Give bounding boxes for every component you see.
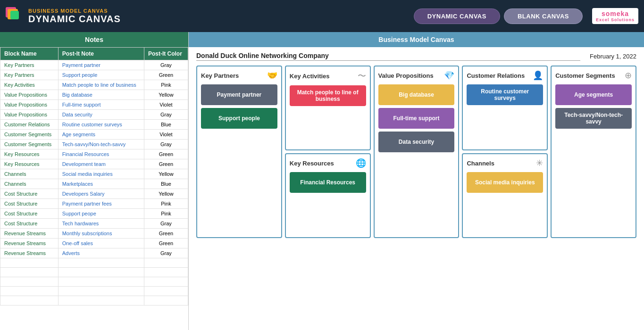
table-row: Key ResourcesFinancial ResourcesGreen	[0, 149, 188, 159]
block-name-cell: Value Propositions	[0, 90, 59, 100]
table-row: Value PropositionsData securityGray	[0, 110, 188, 120]
note-cell: Social media inquiries	[58, 169, 144, 179]
note-cell: Monthly subscriptions	[58, 229, 144, 239]
table-row: Customer SegmentsTech-savvy/Non-tech-sav…	[0, 140, 188, 149]
key-activities-block: Key Activities 〜 Match people to line of…	[285, 66, 371, 150]
ch-icon: ✳	[536, 158, 543, 168]
block-name-cell: Key Partners	[0, 70, 59, 80]
note-cell: Support people	[58, 70, 144, 80]
table-row: Customer SegmentsAge segmentsViolet	[0, 130, 188, 140]
block-name-cell: Key Activities	[0, 80, 59, 90]
color-cell: Violet	[144, 130, 188, 140]
someka-name: someka	[602, 10, 629, 17]
color-cell: Pink	[144, 199, 188, 209]
block-name-cell: Channels	[0, 179, 59, 189]
table-row: Value PropositionsFull-time supportViole…	[0, 100, 188, 110]
key-partners-icon: 🤝	[267, 70, 277, 81]
block-name-cell: Revenue Streams	[0, 229, 59, 239]
note-cell: Payment partner fees	[58, 199, 144, 209]
main-container: Notes Block Name Post-It Note Post-It Co…	[0, 32, 644, 330]
key-activities-title-row: Key Activities 〜	[290, 70, 366, 82]
note-cell: Payment partner	[58, 60, 144, 70]
color-cell: Yellow	[144, 189, 188, 199]
note-cell: Financial Resources	[58, 149, 144, 159]
kr-title: Key Resources	[290, 160, 334, 167]
note-cell: Full-time support	[58, 100, 144, 110]
table-row: Revenue StreamsAdvertsGray	[0, 248, 188, 258]
note-cell: Routine customer surveys	[58, 120, 144, 130]
ka-note-1: Match people to line of business	[290, 85, 366, 106]
header-subtitle: BUSINESS MODEL CANVAS	[28, 8, 121, 14]
block-name-cell: Cost Structure	[0, 209, 59, 219]
block-name-cell: Value Propositions	[0, 110, 59, 120]
note-cell: Marketplaces	[58, 179, 144, 189]
blank-canvas-button[interactable]: BLANK CANVAS	[504, 8, 583, 24]
block-name-cell: Key Resources	[0, 149, 59, 159]
header-title: DYNAMIC CANVAS	[28, 14, 121, 25]
block-name-cell: Cost Structure	[0, 219, 59, 229]
cr-title-row: Customer Relations 👤	[467, 70, 543, 81]
canvas-area[interactable]: Donald Duck Online Networking Company Fe…	[189, 47, 644, 330]
col-block-header: Block Name	[0, 48, 59, 60]
block-name-cell: Key Resources	[0, 159, 59, 169]
color-cell: Gray	[144, 110, 188, 120]
kp-note-2: Support people	[201, 108, 277, 129]
key-partners-block: Key Partners 🤝 Payment partner Support p…	[196, 66, 282, 238]
dynamic-canvas-button[interactable]: DYNAMIC CANVAS	[414, 8, 500, 24]
note-cell: Age segments	[58, 130, 144, 140]
color-cell: Green	[144, 229, 188, 239]
header-logo-area: BUSINESS MODEL CANVAS DYNAMIC CANVAS	[28, 8, 121, 25]
ch-title: Channels	[467, 160, 494, 167]
note-cell: Adverts	[58, 248, 144, 258]
logo-icon	[6, 7, 24, 25]
color-cell: Gray	[144, 60, 188, 70]
table-row: ChannelsSocial media inquiriesYellow	[0, 169, 188, 179]
cr-note-1: Routine customer surveys	[467, 84, 543, 105]
notes-table: Block Name Post-It Note Post-It Color Ke…	[0, 47, 188, 305]
left-panel: Notes Block Name Post-It Note Post-It Co…	[0, 32, 189, 330]
cs-title: Customer Segments	[555, 72, 615, 79]
table-row: Key PartnersSupport peopleGreen	[0, 70, 188, 80]
block-name-cell: Customer Segments	[0, 130, 59, 140]
channels-block: Channels ✳ Social media inquiries	[462, 153, 548, 238]
note-cell: Development team	[58, 159, 144, 169]
col-color-header: Post-It Color	[144, 48, 188, 60]
nav-buttons: DYNAMIC CANVAS BLANK CANVAS	[414, 8, 583, 24]
table-row: Revenue StreamsOne-off salesGreen	[0, 239, 188, 248]
table-row: ChannelsMarketplacesBlue	[0, 179, 188, 189]
note-cell: Developers Salary	[58, 189, 144, 199]
color-cell: Pink	[144, 209, 188, 219]
key-activities-icon: 〜	[358, 70, 366, 82]
table-row-empty	[0, 287, 188, 296]
header: BUSINESS MODEL CANVAS DYNAMIC CANVAS DYN…	[0, 0, 644, 32]
ch-title-row: Channels ✳	[467, 158, 543, 168]
table-row-empty	[0, 277, 188, 287]
table-row: Revenue StreamsMonthly subscriptionsGree…	[0, 229, 188, 239]
right-panel-header: Business Model Canvas	[189, 32, 644, 47]
kp-note-1: Payment partner	[201, 84, 277, 105]
color-cell: Gray	[144, 140, 188, 149]
note-cell: Data security	[58, 110, 144, 120]
customer-segments-block: Customer Segments ⊕ Age segments Tech-sa…	[551, 66, 636, 238]
col-note-header: Post-It Note	[58, 48, 144, 60]
block-name-cell: Channels	[0, 169, 59, 179]
key-partners-title: Key Partners	[201, 72, 239, 79]
vp-icon: 💎	[444, 70, 454, 81]
table-container[interactable]: Block Name Post-It Note Post-It Color Ke…	[0, 47, 188, 330]
table-row-empty	[0, 258, 188, 268]
note-cell: Tech hardwares	[58, 219, 144, 229]
cr-title: Customer Relations	[467, 72, 525, 79]
table-row: Cost StructureDevelopers SalaryYellow	[0, 189, 188, 199]
cs-note-2: Tech-savvy/Non-tech-savvy	[555, 108, 632, 129]
table-row: Key PartnersPayment partnerGray	[0, 60, 188, 70]
table-row-empty	[0, 296, 188, 305]
cs-icon: ⊕	[625, 70, 632, 81]
color-cell: Yellow	[144, 169, 188, 179]
color-cell: Green	[144, 149, 188, 159]
note-cell: One-off sales	[58, 239, 144, 248]
block-name-cell: Value Propositions	[0, 100, 59, 110]
note-cell: Big database	[58, 90, 144, 100]
cs-note-1: Age segments	[555, 84, 632, 105]
kr-icon: 🌐	[356, 158, 366, 168]
cs-title-row: Customer Segments ⊕	[555, 70, 632, 81]
